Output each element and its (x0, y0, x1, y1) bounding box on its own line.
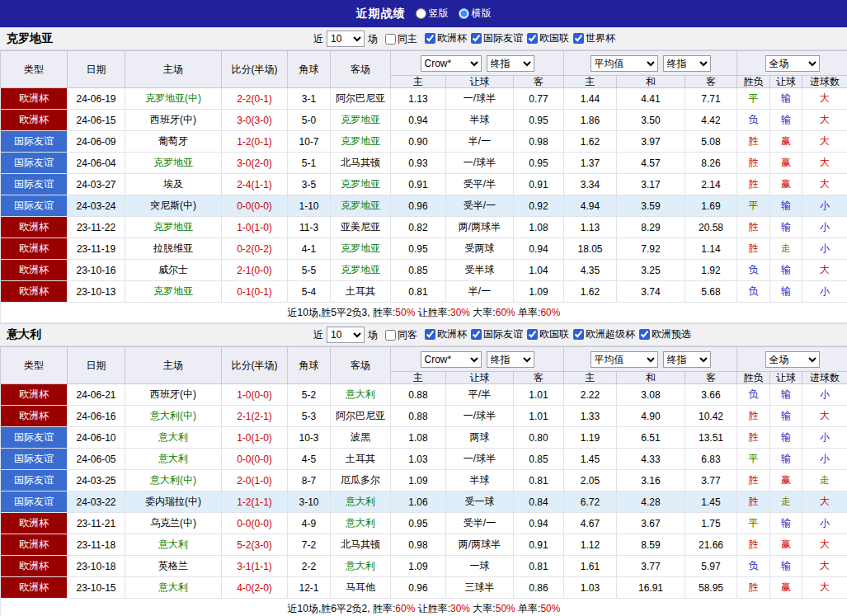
near-label: 近 (313, 32, 323, 46)
match-row: 欧洲杯23-10-15意大利4-0(2-0)12-1马耳他0.96三球半0.86… (1, 577, 847, 599)
bookmaker-select[interactable]: Crow* (421, 55, 482, 72)
avg-home-odds-cell: 4.35 (564, 260, 617, 281)
match-type-cell: 欧洲杯 (1, 260, 68, 281)
goals-result-cell: 大 (802, 556, 847, 577)
competition-filter[interactable]: 欧洲超级杯 (573, 327, 635, 341)
avg-draw-odds-cell: 3.50 (617, 110, 685, 131)
score-cell: 1-2(1-1) (222, 491, 288, 513)
layout-horizontal-option[interactable]: 横版 (459, 7, 492, 21)
handicap-result-cell: 赢 (770, 534, 802, 556)
competition-filter[interactable]: 国际友谊 (471, 31, 523, 45)
competition-filters: 欧洲杯国际友谊欧国联欧洲超级杯欧洲预选 (421, 327, 691, 342)
competition-label: 欧洲超级杯 (586, 327, 635, 341)
avg-stage-select[interactable]: 终指 (663, 55, 711, 72)
wdl-result-cell: 胜 (737, 470, 770, 491)
match-count-select[interactable]: 10 (327, 327, 365, 343)
scope-select[interactable]: 全场 (765, 55, 820, 72)
bookmaker-select[interactable]: Crow* (421, 351, 482, 368)
wdl-result-cell: 平 (737, 88, 770, 110)
avg-home-odds-cell: 1.62 (564, 281, 617, 303)
handicap-cell: 三球半 (446, 577, 514, 599)
average-select[interactable]: 平均值 (591, 351, 658, 368)
home-team-cell: 意大利 (125, 449, 222, 470)
scope-select[interactable]: 全场 (765, 351, 820, 368)
wdl-result-cell: 负 (737, 384, 770, 406)
competition-filter[interactable]: 欧洲预选 (639, 327, 691, 341)
topbar: 近期战绩 竖版 横版 (0, 0, 847, 27)
crow-home-odds-cell: 0.94 (391, 110, 446, 131)
match-row: 欧洲杯23-10-16威尔士2-1(0-0)5-5克罗地亚0.85受半球1.04… (1, 260, 847, 281)
avg-home-odds-cell: 1.13 (564, 217, 617, 238)
crow-odds-header: Crow* 终指 (391, 347, 564, 372)
handicap-cell: 两/两球半 (446, 534, 514, 556)
away-team-cell: 亚美尼亚 (331, 217, 391, 238)
competition-checkbox[interactable] (471, 33, 482, 44)
crow-away-odds-cell: 0.84 (514, 491, 564, 513)
date-cell: 23-11-21 (68, 513, 125, 534)
competition-label: 世界杯 (586, 31, 615, 45)
games-label: 场 (368, 328, 378, 342)
sub-header-handicap2: 让球 (770, 76, 802, 88)
competition-checkbox[interactable] (639, 329, 650, 340)
competition-filter[interactable]: 欧国联 (527, 31, 569, 45)
match-row: 国际友谊24-03-24突尼斯(中)0-0(0-0)1-10克罗地亚0.96受半… (1, 195, 847, 217)
home-team-cell: 意大利 (125, 534, 222, 556)
avg-home-odds-cell: 1.33 (564, 406, 617, 427)
crow-away-odds-cell: 0.91 (514, 534, 564, 556)
competition-label: 欧国联 (539, 31, 569, 45)
same-venue-filter[interactable]: 同客 (385, 328, 417, 342)
avg-home-odds-cell: 1.45 (564, 449, 617, 470)
same-venue-checkbox[interactable] (385, 34, 396, 45)
date-cell: 24-06-04 (68, 153, 125, 174)
match-count-select[interactable]: 10 (327, 31, 365, 47)
competition-checkbox[interactable] (471, 329, 482, 340)
same-venue-checkbox[interactable] (385, 330, 396, 341)
score-cell: 1-0(0-0) (222, 384, 288, 406)
handicap-result-cell: 赢 (770, 174, 802, 195)
avg-stage-select[interactable]: 终指 (663, 351, 711, 368)
crow-stage-select[interactable]: 终指 (487, 351, 534, 368)
match-type-cell: 欧洲杯 (1, 556, 68, 577)
competition-filter[interactable]: 欧洲杯 (425, 31, 467, 45)
handicap-result-cell: 走 (770, 238, 802, 260)
competition-checkbox[interactable] (425, 33, 435, 44)
sub-header-home2: 主 (564, 372, 617, 384)
layout-vertical-option[interactable]: 竖版 (416, 7, 449, 21)
col-header-home: 主场 (125, 347, 222, 384)
average-select[interactable]: 平均值 (591, 55, 658, 72)
vertical-radio[interactable] (416, 8, 426, 19)
competition-checkbox[interactable] (573, 329, 584, 340)
goals-result-cell: 大 (802, 131, 847, 153)
score-cell: 2-2(0-1) (222, 88, 288, 110)
competition-checkbox[interactable] (527, 33, 538, 44)
match-type-cell: 欧洲杯 (1, 281, 68, 303)
crow-stage-select[interactable]: 终指 (487, 55, 534, 72)
crow-away-odds-cell: 0.77 (514, 88, 564, 110)
goals-result-cell: 小 (802, 449, 847, 470)
match-type-cell: 国际友谊 (1, 174, 68, 195)
summary-stat-value: 60% (496, 307, 518, 318)
competition-filter[interactable]: 欧洲杯 (425, 327, 467, 341)
sub-header-draw: 和 (617, 76, 685, 88)
avg-away-odds-cell: 58.95 (685, 577, 737, 599)
competition-checkbox[interactable] (573, 33, 584, 44)
match-row: 国际友谊24-06-05意大利0-0(0-0)4-5土耳其1.03一/球半0.8… (1, 449, 847, 470)
competition-filter[interactable]: 国际友谊 (471, 327, 523, 341)
avg-away-odds-cell: 20.58 (685, 217, 737, 238)
handicap-cell: 一球 (446, 556, 514, 577)
competition-filter[interactable]: 世界杯 (573, 31, 615, 45)
avg-draw-odds-cell: 3.25 (617, 260, 685, 281)
score-cell: 1-0(1-0) (222, 217, 288, 238)
competition-checkbox[interactable] (527, 329, 538, 340)
competition-checkbox[interactable] (425, 329, 435, 340)
horizontal-radio[interactable] (459, 8, 469, 19)
match-type-cell: 欧洲杯 (1, 384, 68, 406)
crow-home-odds-cell: 1.09 (391, 556, 446, 577)
competition-filter[interactable]: 欧国联 (527, 327, 569, 341)
sub-header-handicap2: 让球 (770, 372, 802, 384)
same-venue-filter[interactable]: 同主 (385, 32, 417, 46)
avg-draw-odds-cell: 4.33 (617, 449, 685, 470)
recent-results-page: 近期战绩 竖版 横版 克罗地亚 近 10 场 同主 欧洲杯国际友谊欧国 (0, 0, 847, 616)
sub-header-away2: 客 (685, 372, 737, 384)
avg-home-odds-cell: 6.72 (564, 491, 617, 513)
